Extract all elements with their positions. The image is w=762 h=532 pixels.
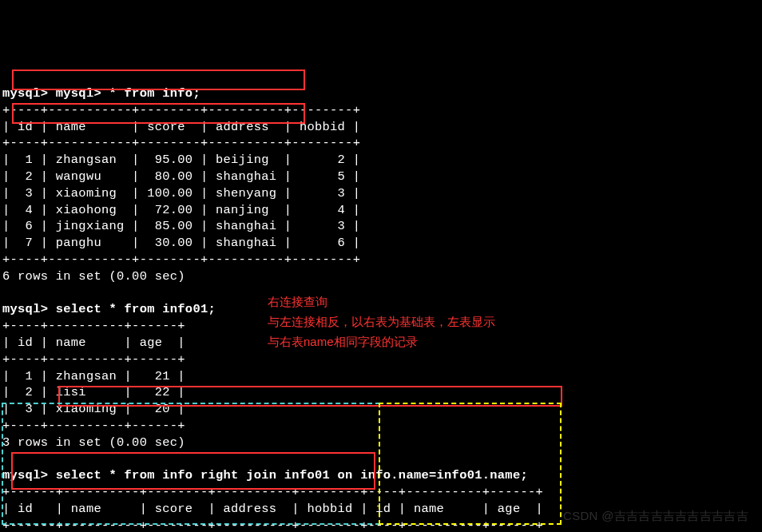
line: +----+----------+------+ [2, 419, 185, 433]
line: | 2 | wangwu | 80.00 | shanghai | 5 | [2, 169, 360, 184]
annotation-line3: 与右表name相同字段的记录 [268, 334, 418, 350]
line: mysql> select * from info right join inf… [2, 468, 528, 482]
line: | 3 | xiaoming | 100.00 | shenyang | 3 | [2, 186, 360, 200]
line: | 3 | xiaoming | 20 | [2, 402, 185, 416]
line: +----+-----------+--------+----------+--… [2, 103, 360, 117]
line: mysql> select * from info01; [2, 302, 216, 316]
terminal-output: mysql> mysql> * from info; +----+-------… [2, 69, 760, 532]
line: +------+----------+--------+----------+-… [2, 518, 543, 532]
line: | 4 | xiaohong | 72.00 | nanjing | 4 | [2, 203, 360, 217]
line: +----+-----------+--------+----------+--… [2, 252, 360, 267]
line: | 1 | zhangsan | 95.00 | beijing | 2 | [2, 153, 360, 167]
line: +----+----------+------+ [2, 352, 185, 367]
annotation-line2: 与左连接相反，以右表为基础表，左表显示 [268, 314, 495, 330]
line: 6 rows in set (0.00 sec) [2, 269, 185, 284]
line: | id | name | score | address | hobbid | [2, 120, 360, 134]
line: +------+----------+--------+----------+-… [2, 485, 543, 499]
line: 3 rows in set (0.00 sec) [2, 435, 185, 450]
line: | 2 | lisi | 22 | [2, 385, 185, 399]
line: | id | name | score | address | hobbid |… [2, 502, 543, 516]
annotation-title: 右连接查询 [268, 294, 327, 310]
line: mysql> mysql> * from info; [2, 86, 200, 101]
line: +----+-----------+--------+----------+--… [2, 136, 360, 150]
watermark: CSDN @吉吉吉吉吉吉吉吉吉吉吉 [563, 508, 748, 524]
line: | 1 | zhangsan | 21 | [2, 369, 185, 383]
line: | 6 | jingxiang | 85.00 | shanghai | 3 | [2, 219, 360, 233]
line: +----+----------+------+ [2, 319, 185, 333]
line: | id | name | age | [2, 335, 185, 350]
line: | 7 | panghu | 30.00 | shanghai | 6 | [2, 236, 360, 250]
